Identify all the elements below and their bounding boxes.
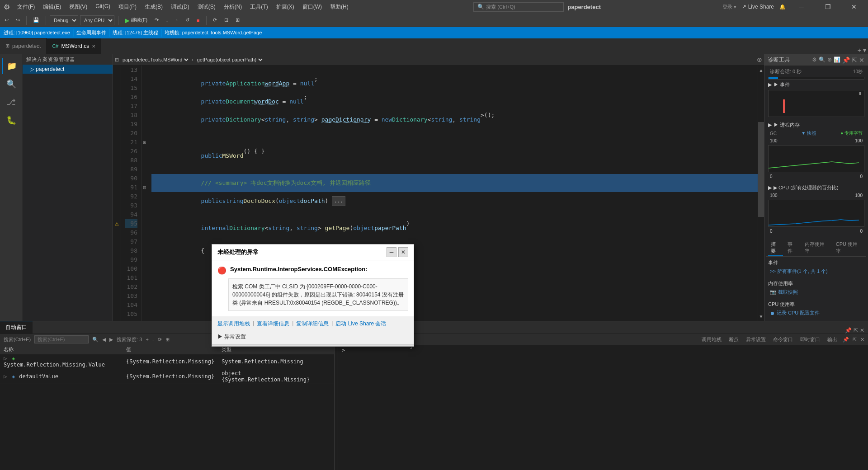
diag-close-icon[interactable]: ✕ xyxy=(859,56,864,64)
step-into-button[interactable]: ↓ xyxy=(163,17,171,24)
diag-settings-icon[interactable]: ⚙ xyxy=(812,56,817,64)
restart-button[interactable]: ↺ xyxy=(183,16,192,24)
show-stack-link[interactable]: 显示调用堆栈 xyxy=(217,320,250,328)
menu-file[interactable]: 文件(F) xyxy=(14,2,38,12)
diag-zoom-icon[interactable]: ⊕ xyxy=(827,56,832,64)
diag-float-icon[interactable]: ⇱ xyxy=(852,56,857,64)
bottom-close-icon[interactable]: ✕ xyxy=(860,327,864,334)
liveshare-button[interactable]: ↗ Live Share xyxy=(742,4,774,10)
undo-button[interactable]: ↩ xyxy=(2,16,11,24)
redo-button[interactable]: ↪ xyxy=(13,16,23,24)
menu-window[interactable]: 窗口(W) xyxy=(299,2,326,12)
diag-tab-events[interactable]: 事件 xyxy=(785,240,800,256)
step-over-button[interactable]: ↷ xyxy=(152,16,161,24)
other-btn-2[interactable]: ⊡ xyxy=(222,16,231,24)
play-button[interactable]: ▶ 继续(F) xyxy=(122,16,150,25)
minimize-button[interactable]: ─ xyxy=(791,0,812,14)
diag-record-cpu-btn[interactable]: ⏺ 记录 CPU 配置文件 xyxy=(768,309,864,317)
liveshare-link[interactable]: 启动 Live Share 会话 xyxy=(335,320,386,328)
diag-events-title[interactable]: ▶ ▶ 事件 xyxy=(766,80,866,89)
platform-dropdown[interactable]: Any CPU xyxy=(80,15,114,25)
menu-edit[interactable]: 编辑(E) xyxy=(39,2,65,12)
tab-msword[interactable]: C# MSWord.cs ✕ xyxy=(47,38,101,54)
cmd-tab-output[interactable]: 输出 xyxy=(826,336,839,343)
cmd-float-icon[interactable]: ⇱ xyxy=(853,337,857,343)
sidebar-explorer-icon[interactable]: 📁 xyxy=(2,58,20,74)
tab-list-button[interactable]: ▾ xyxy=(863,47,866,54)
scroll-down[interactable]: ▼ xyxy=(758,312,764,321)
diag-all-events[interactable]: >> 所有事件(1 个, 共 1 个) xyxy=(768,267,864,276)
bottom-float-icon[interactable]: ⇱ xyxy=(854,327,858,334)
namespace-dropdown[interactable]: paperdetect.Tools.MSWord xyxy=(121,56,190,63)
nav-fwd-btn[interactable]: ▶ xyxy=(109,337,113,343)
restore-button[interactable]: ❐ xyxy=(817,0,838,14)
sidebar-search-icon[interactable]: 🔍 xyxy=(2,76,20,92)
cmd-tab-breakpoints[interactable]: 断点 xyxy=(727,336,741,343)
menu-test[interactable]: 测试(S) xyxy=(194,2,219,12)
menu-extensions[interactable]: 扩展(X) xyxy=(273,2,298,12)
other-btn-3[interactable]: ⊞ xyxy=(233,16,242,24)
sidebar-debug-icon[interactable]: 🐛 xyxy=(2,112,20,128)
bottom-tab-auto[interactable]: 自动窗口 xyxy=(0,321,33,334)
cmd-close-icon[interactable]: ✕ xyxy=(860,337,864,343)
more-options-btn[interactable]: ⊞ xyxy=(165,337,170,343)
tab-paperdetect[interactable]: ⊞ paperdetect xyxy=(0,38,47,54)
stop-button[interactable]: ■ xyxy=(194,17,203,24)
search-bar[interactable]: 🔍 搜索 (Ctrl+Q) xyxy=(473,2,564,12)
auto-search-input[interactable] xyxy=(34,335,89,343)
menu-debug[interactable]: 调试(D) xyxy=(167,2,193,12)
cmd-tab-callstack[interactable]: 调用堆栈 xyxy=(700,336,723,343)
menu-help[interactable]: 帮助(H) xyxy=(326,2,352,12)
other-btn-1[interactable]: ⟳ xyxy=(210,16,220,24)
scroll-track[interactable] xyxy=(758,75,764,312)
menu-project[interactable]: 项目(P) xyxy=(115,2,140,12)
diag-chart-icon[interactable]: 📊 xyxy=(834,56,840,64)
menu-build[interactable]: 生成(B) xyxy=(141,2,166,12)
expand-icon-0[interactable]: ▷ xyxy=(4,355,7,362)
sidebar-git-icon[interactable]: ⎇ xyxy=(2,94,20,110)
step-out-button[interactable]: ↑ xyxy=(173,17,181,24)
menu-git[interactable]: Git(G) xyxy=(92,2,114,12)
diag-tab-cpu[interactable]: CPU 使用率 xyxy=(833,240,864,256)
cmd-content[interactable]: > xyxy=(338,345,868,470)
view-detail-link[interactable]: 查看详细信息 xyxy=(257,320,289,328)
cmd-tab-immediate[interactable]: 即时窗口 xyxy=(798,336,822,343)
method-dropdown[interactable]: getPage(object paperPath) xyxy=(195,56,264,63)
cg-21[interactable]: ⊞ xyxy=(142,138,148,147)
nav-back-btn[interactable]: ◀ xyxy=(102,337,106,343)
save-button[interactable]: 💾 xyxy=(30,16,42,24)
cg-91[interactable]: ⊟ xyxy=(142,183,148,192)
split-editor-button[interactable]: ⊕ xyxy=(757,56,762,63)
expand-icon-1[interactable]: ▷ xyxy=(4,373,7,380)
cmd-pin-icon[interactable]: 📌 xyxy=(843,337,849,343)
diag-tab-summary[interactable]: 摘要 xyxy=(768,240,783,256)
scroll-thumb[interactable] xyxy=(758,122,764,217)
bottom-mid-scrollbar[interactable] xyxy=(335,334,338,470)
config-dropdown[interactable]: Debug xyxy=(50,15,78,25)
diag-memory-title[interactable]: ▶ ▶ 进程内存 xyxy=(766,121,866,129)
exception-settings-toggle[interactable]: ▶ 异常设置 xyxy=(217,333,408,341)
exception-minimize-btn[interactable]: ─ xyxy=(387,247,396,257)
cmd-tab-exception-settings[interactable]: 异常设置 xyxy=(744,336,768,343)
close-button[interactable]: ✕ xyxy=(844,0,864,14)
diag-search-icon[interactable]: 🔍 xyxy=(819,56,826,64)
diag-cpu-title[interactable]: ▶ ▶ CPU (所有处理器的百分比) xyxy=(766,183,866,192)
editor-scrollbar[interactable]: ▲ ▼ xyxy=(758,66,764,321)
copy-detail-link[interactable]: 复制详细信息 xyxy=(296,320,329,328)
scroll-up[interactable]: ▲ xyxy=(758,66,764,75)
diag-snapshot-btn[interactable]: 📷 截取快照 xyxy=(768,288,864,296)
add-tab-button[interactable]: + xyxy=(858,47,861,54)
explorer-item-paperdetect[interactable]: ▷ paperdetect xyxy=(23,65,113,74)
bottom-pin-icon[interactable]: 📌 xyxy=(845,327,852,334)
depth-down-btn[interactable]: - xyxy=(152,337,154,342)
menu-tools[interactable]: 工具(T) xyxy=(246,2,271,12)
menu-view[interactable]: 视图(V) xyxy=(66,2,91,12)
refresh-btn[interactable]: ⟳ xyxy=(158,337,162,343)
tab-close-button[interactable]: ✕ xyxy=(92,44,95,49)
menu-analyze[interactable]: 分析(N) xyxy=(220,2,246,12)
diag-pin-icon[interactable]: 📌 xyxy=(842,56,850,64)
exception-close-btn[interactable]: ✕ xyxy=(398,247,408,257)
diag-tab-memory[interactable]: 内存使用率 xyxy=(802,240,831,256)
cmd-tab-cmdwindow[interactable]: 命令窗口 xyxy=(771,336,795,343)
depth-up-btn[interactable]: + xyxy=(146,337,148,342)
